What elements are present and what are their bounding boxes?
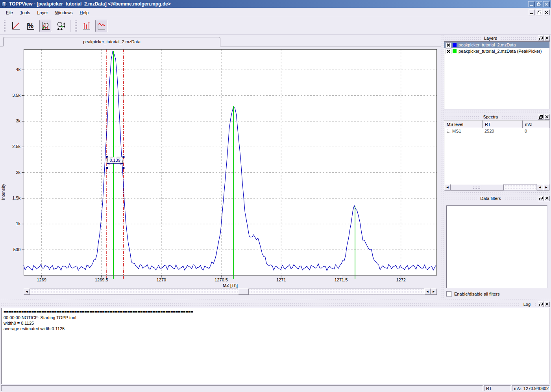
enable-filters-checkbox[interactable] bbox=[446, 291, 451, 296]
close-icon bbox=[545, 2, 548, 6]
layer-label: peakpicker_tutorial_2.mzData (PeakPicker… bbox=[459, 49, 542, 54]
filters-list[interactable] bbox=[446, 205, 547, 288]
menu-layer[interactable]: Layer bbox=[33, 9, 52, 16]
mdi-minimize-button[interactable] bbox=[529, 9, 535, 15]
zoom-mode-icon bbox=[41, 21, 50, 31]
x-tick-label: 1270 bbox=[146, 277, 177, 282]
minimize-button[interactable] bbox=[528, 1, 535, 7]
y-tick-label: 2.5k bbox=[1, 144, 20, 149]
log-title-label: Log bbox=[520, 302, 534, 307]
workspace: peakpicker_tutorial_2.mzData Intensity 5… bbox=[0, 35, 551, 298]
dock-splitter-2[interactable] bbox=[444, 191, 550, 194]
close-icon bbox=[545, 115, 549, 118]
spectra-title-dots bbox=[444, 115, 480, 118]
column-header-rt[interactable]: RT bbox=[483, 120, 523, 128]
log-title-dots-2 bbox=[534, 303, 537, 306]
layers-panel-title: Layers bbox=[444, 35, 550, 41]
mdi-close-button[interactable] bbox=[544, 9, 550, 15]
layers-close-button[interactable] bbox=[544, 35, 550, 41]
spectra-close-button[interactable] bbox=[544, 114, 550, 120]
log-content[interactable]: ========================================… bbox=[1, 308, 550, 384]
y-tick-label: 1k bbox=[1, 221, 20, 226]
layers-title-dots-2 bbox=[501, 37, 537, 40]
scroll-thumb[interactable] bbox=[451, 184, 504, 190]
scroll-right-icon: ▶ bbox=[545, 186, 547, 189]
reset-zoom-button[interactable] bbox=[9, 20, 22, 32]
cell-rt: 2520 bbox=[483, 128, 523, 135]
toppview-window: T TOPPView - [peakpicker_tutorial_2.mzDa… bbox=[0, 0, 551, 392]
menu-bar: File Tools Layer Windows Help bbox=[0, 8, 551, 17]
cell-mz: 0 bbox=[523, 128, 549, 135]
toolbar-handle-2[interactable] bbox=[74, 20, 77, 32]
scroll-track[interactable] bbox=[30, 288, 424, 295]
scroll-right-button[interactable]: ▶ bbox=[543, 184, 549, 190]
filters-float-button[interactable] bbox=[538, 196, 544, 201]
column-header-ms-level[interactable]: MS level bbox=[444, 120, 483, 128]
menu-tools[interactable]: Tools bbox=[17, 9, 34, 16]
y-tick-label: 3k bbox=[1, 118, 20, 124]
filters-close-button[interactable] bbox=[544, 196, 550, 201]
tab-label: peakpicker_tutorial_2.mzData bbox=[83, 39, 141, 44]
spectra-hscrollbar[interactable]: ◀ ◀ ▶ bbox=[444, 184, 549, 190]
filters-panel-title: Data filters bbox=[444, 195, 550, 202]
draw-profile-button[interactable] bbox=[95, 20, 108, 32]
toolbar: % bbox=[0, 17, 551, 35]
scroll-right-icon: ▶ bbox=[433, 290, 435, 293]
menu-help[interactable]: Help bbox=[76, 9, 92, 16]
spectrum-chart-area: Intensity 5001k1.5k2k2.5k3k3.5k4k 0.139 … bbox=[0, 46, 441, 298]
scroll-left-button[interactable]: ◀ bbox=[24, 288, 30, 295]
toolbar-handle[interactable] bbox=[4, 20, 6, 32]
table-row[interactable]: MS1 2520 0 bbox=[444, 128, 549, 135]
scroll-left-button-2[interactable]: ◀ bbox=[537, 184, 543, 190]
scroll-left-button-2[interactable]: ◀ bbox=[424, 288, 431, 295]
scroll-left-icon: ◀ bbox=[26, 290, 28, 293]
thumb-grip bbox=[473, 186, 481, 189]
layer-visibility-checkbox[interactable] bbox=[446, 43, 451, 48]
y-tick-label: 500 bbox=[1, 247, 20, 252]
log-float-button[interactable] bbox=[538, 301, 544, 307]
column-header-mz[interactable]: m/z bbox=[523, 120, 549, 128]
float-icon bbox=[539, 115, 543, 119]
chart-hscrollbar[interactable]: ◀ ◀ ▶ bbox=[24, 288, 437, 295]
layer-row[interactable]: peakpicker_tutorial_2.mzData (PeakPicker… bbox=[444, 48, 549, 54]
layers-float-button[interactable] bbox=[538, 35, 544, 41]
measure-mode-button[interactable] bbox=[54, 20, 67, 32]
tree-branch-icon bbox=[447, 129, 451, 133]
close-button[interactable] bbox=[543, 1, 550, 7]
x-tick-label: 1269 bbox=[26, 277, 57, 282]
mdi-restore-button[interactable] bbox=[536, 9, 542, 15]
menu-file[interactable]: File bbox=[2, 9, 17, 16]
layer-row[interactable]: peakpicker_tutorial_2.mzData bbox=[444, 42, 549, 48]
log-title-dots bbox=[0, 303, 520, 306]
spectrum-svg[interactable]: 0.139 bbox=[22, 49, 437, 279]
tab-bar: peakpicker_tutorial_2.mzData bbox=[0, 35, 441, 46]
spectra-float-button[interactable] bbox=[538, 114, 544, 120]
y-tick-label: 3.5k bbox=[1, 93, 20, 98]
draw-peaks-icon bbox=[82, 21, 91, 31]
x-tick-label: 1270.5 bbox=[205, 277, 237, 282]
intensity-percentage-button[interactable]: % bbox=[24, 20, 37, 32]
restore-button[interactable] bbox=[536, 1, 542, 7]
minimize-icon bbox=[530, 2, 533, 6]
vertical-splitter[interactable] bbox=[441, 35, 444, 298]
zoom-mode-button[interactable] bbox=[39, 20, 52, 32]
log-close-button[interactable] bbox=[544, 301, 550, 307]
restore-icon bbox=[537, 2, 541, 6]
log-line: 00:00:00 NOTICE: Starting TOPP tool bbox=[4, 315, 547, 321]
x-tick-label: 1269.5 bbox=[86, 277, 117, 282]
scroll-right-button[interactable]: ▶ bbox=[431, 288, 437, 295]
layer-visibility-checkbox[interactable] bbox=[446, 49, 451, 54]
scroll-left-button[interactable]: ◀ bbox=[444, 184, 451, 190]
menu-windows[interactable]: Windows bbox=[52, 9, 76, 16]
x-tick-label: 1272 bbox=[385, 277, 417, 282]
tab-spectrum[interactable]: peakpicker_tutorial_2.mzData bbox=[3, 37, 220, 46]
spectra-table-header: MS level RT m/z bbox=[444, 120, 549, 128]
scroll-thumb[interactable] bbox=[238, 288, 249, 295]
dock-splitter-1[interactable] bbox=[444, 110, 550, 113]
scroll-track[interactable] bbox=[451, 184, 537, 190]
mdi-minimize-icon bbox=[530, 11, 533, 14]
draw-peaks-button[interactable] bbox=[80, 20, 93, 32]
spectra-title-label: Spectra bbox=[480, 115, 502, 119]
close-icon bbox=[545, 303, 549, 306]
log-splitter[interactable] bbox=[0, 298, 551, 301]
